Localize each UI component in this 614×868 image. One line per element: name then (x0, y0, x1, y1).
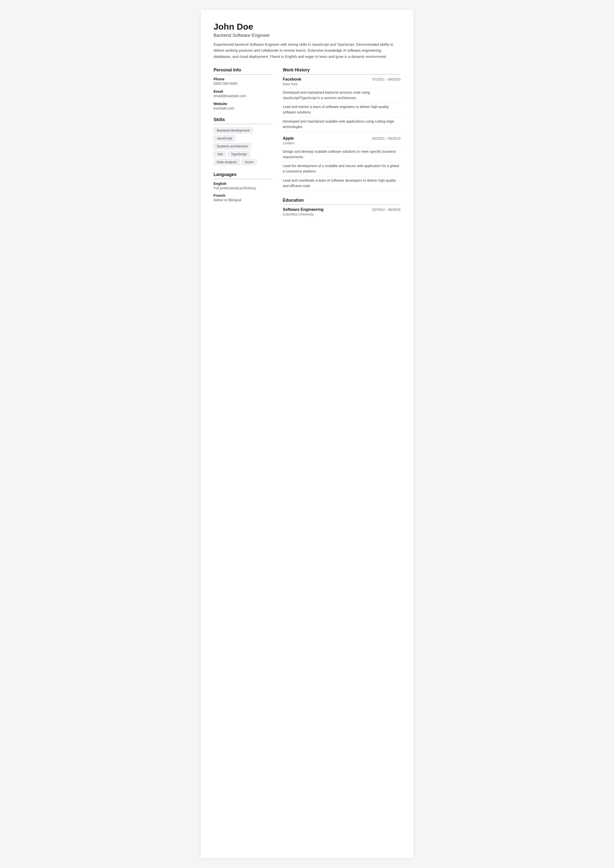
personal-info-title: Personal Info (214, 67, 273, 74)
skills-tags: Backend developmentJavaScriptSystems arc… (214, 127, 273, 165)
job-company: Apple (283, 136, 294, 141)
job-bullet: Developed and maintained scalable web ap… (283, 117, 401, 132)
skill-tag: TypeScript (228, 151, 250, 157)
job-location: London (283, 141, 401, 145)
job-block: Facebook 07/2021 - 09/2023 New York Deve… (283, 77, 401, 132)
left-column: Personal Info Phone (000) 000-0000 Email… (214, 67, 273, 219)
languages-title: Languages (214, 172, 273, 179)
job-dates: 02/2021 - 09/2019 (372, 136, 400, 140)
language-level: Full professional proficiency (214, 186, 273, 190)
edu-header: Software Engineering 02/2014 - 06/2018 (283, 208, 401, 212)
education-title: Education (283, 198, 401, 205)
website-value: example.com (214, 106, 273, 110)
personal-info-section: Personal Info Phone (000) 000-0000 Email… (214, 67, 273, 110)
right-column: Work History Facebook 07/2021 - 09/2023 … (283, 67, 401, 219)
work-history-title: Work History (283, 67, 401, 74)
main-content: Personal Info Phone (000) 000-0000 Email… (214, 67, 401, 219)
resume-header: John Doe Backend Software Engineer Exper… (214, 22, 401, 60)
skill-tag: .Net (214, 151, 226, 157)
phone-value: (000) 000-0000 (214, 82, 273, 85)
skill-tag: JavaScript (214, 135, 236, 141)
website-label: Website (214, 102, 273, 106)
job-header: Apple 02/2021 - 09/2019 (283, 136, 401, 141)
job-company: Facebook (283, 77, 302, 82)
email-label: Email (214, 90, 273, 93)
skill-tag: Systems architecture (214, 143, 251, 149)
skills-section: Skills Backend developmentJavaScriptSyst… (214, 117, 273, 165)
skills-title: Skills (214, 117, 273, 124)
edu-dates: 02/2014 - 06/2018 (372, 208, 400, 212)
job-location: New York (283, 82, 401, 86)
languages-section: Languages English Full professional prof… (214, 172, 273, 202)
work-history-section: Work History Facebook 07/2021 - 09/2023 … (283, 67, 401, 191)
phone-label: Phone (214, 77, 273, 81)
candidate-summary: Experienced backend Software Engineer wi… (214, 42, 401, 60)
language-name: French (214, 194, 273, 197)
job-bullet: Design and develop scalable software sol… (283, 147, 401, 162)
education-section: Education Software Engineering 02/2014 -… (283, 198, 401, 216)
email-block: Email email@example.com (214, 90, 273, 98)
edu-school: Columbia University (283, 212, 401, 216)
edu-block: Software Engineering 02/2014 - 06/2018 C… (283, 208, 401, 216)
language-level: Native or Bilingual (214, 198, 273, 202)
job-bullet: Lead the development of a scalable and s… (283, 161, 401, 176)
resume-container: John Doe Backend Software Engineer Exper… (201, 10, 413, 858)
candidate-title: Backend Software Engineer (214, 33, 401, 38)
skill-tag: Data analysis (214, 159, 240, 165)
job-bullet: Lead and coordinate a team of software d… (283, 176, 401, 191)
job-bullet: Lead and mentor a team of software engin… (283, 102, 401, 117)
edu-degree: Software Engineering (283, 208, 323, 212)
skill-tag: Backend development (214, 127, 253, 133)
job-block: Apple 02/2021 - 09/2019 London Design an… (283, 136, 401, 191)
skill-tag: Azure (242, 159, 256, 165)
language-name: English (214, 182, 273, 186)
email-value: email@example.com (214, 94, 273, 98)
job-bullet: Developed and maintained backend service… (283, 88, 401, 102)
candidate-name: John Doe (214, 22, 401, 32)
phone-block: Phone (000) 000-0000 (214, 77, 273, 85)
job-dates: 07/2021 - 09/2023 (372, 78, 400, 81)
language-block: French Native or Bilingual (214, 194, 273, 202)
website-block: Website example.com (214, 102, 273, 110)
job-header: Facebook 07/2021 - 09/2023 (283, 77, 401, 82)
language-block: English Full professional proficiency (214, 182, 273, 190)
